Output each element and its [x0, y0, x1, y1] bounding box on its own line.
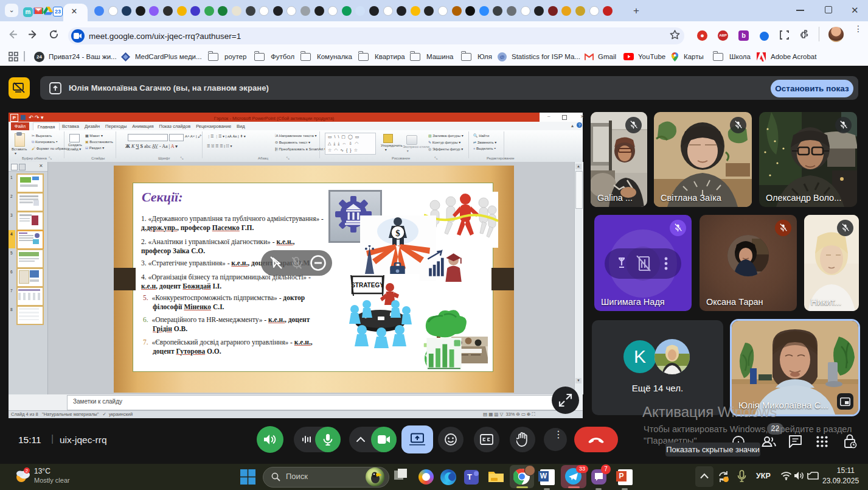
svg-text:$: $: [395, 228, 400, 238]
svg-text:2: 2: [26, 468, 29, 474]
svg-text:STRATEGY: STRATEGY: [351, 282, 384, 289]
